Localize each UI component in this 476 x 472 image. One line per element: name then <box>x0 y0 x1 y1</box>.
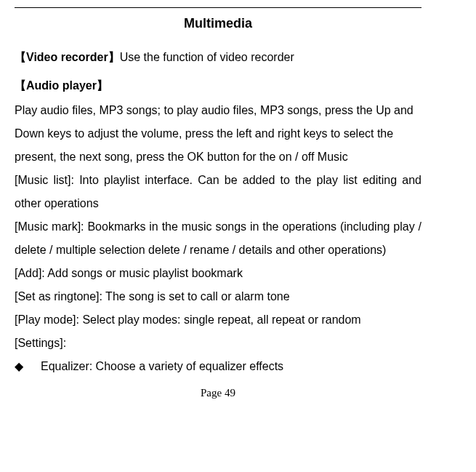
audio-item-set-ringtone: [Set as ringtone]: The song is set to ca… <box>15 285 421 308</box>
audio-item-add: [Add]: Add songs or music playlist bookm… <box>15 262 421 285</box>
page-footer: Page 49 <box>15 383 421 404</box>
equalizer-bullet-row: ◆ Equalizer: Choose a variety of equaliz… <box>15 355 421 378</box>
document-page: Multimedia 【Video recorder】Use the funct… <box>15 7 421 403</box>
page-title: Multimedia <box>15 11 421 36</box>
audio-player-heading: 【Audio player】 <box>15 75 421 97</box>
diamond-bullet-icon: ◆ <box>15 355 41 378</box>
video-recorder-text: Use the function of video recorder <box>120 51 294 63</box>
audio-item-settings: [Settings]: <box>15 332 421 355</box>
equalizer-bullet-text: Equalizer: Choose a variety of equalizer… <box>41 355 283 378</box>
audio-item-play-mode: [Play mode]: Select play modes: single r… <box>15 308 421 332</box>
audio-item-music-mark: [Music mark]: Bookmarks in the music son… <box>15 215 421 262</box>
audio-player-intro: Play audio files, MP3 songs; to play aud… <box>15 99 421 169</box>
video-recorder-heading: 【Video recorder】 <box>15 51 120 63</box>
video-recorder-section: 【Video recorder】Use the function of vide… <box>15 46 421 69</box>
audio-item-music-list: [Music list]: Into playlist interface. C… <box>15 169 421 215</box>
